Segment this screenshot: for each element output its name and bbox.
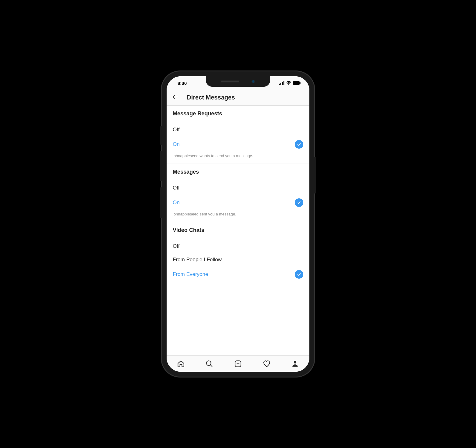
tab-search[interactable] [195,360,224,368]
svg-rect-1 [280,83,281,85]
profile-icon [291,360,299,368]
section-message-requests: Message Requests Off On johnappleseed wa… [167,106,309,164]
home-icon [177,360,185,368]
option-off[interactable]: Off [173,240,303,253]
option-from-everyone[interactable]: From Everyone [173,266,303,282]
heart-icon [263,360,271,368]
cellular-icon [279,81,284,85]
phone-frame: 8:30 Direct Messages Message Requests Of… [162,71,314,377]
tab-activity[interactable] [252,360,281,368]
option-label: Off [173,185,179,191]
section-messages: Messages Off On johnappleseed sent you a… [167,164,309,222]
option-from-people-i-follow[interactable]: From People I Follow [173,253,303,266]
option-label: Off [173,127,179,133]
section-title: Message Requests [173,110,303,117]
svg-rect-2 [282,82,283,85]
search-icon [205,360,213,368]
svg-rect-5 [300,82,301,84]
content: Message Requests Off On johnappleseed wa… [167,106,309,355]
option-label: On [173,141,180,147]
section-video-chats: Video Chats Off From People I Follow Fro… [167,222,309,286]
section-note: johnappleseed sent you a message. [173,211,303,218]
svg-point-6 [207,361,211,365]
status-time: 8:30 [178,81,187,86]
back-button[interactable] [171,93,179,102]
back-arrow-icon [171,93,179,101]
tab-bar [167,355,309,372]
check-icon [295,198,303,207]
tab-add[interactable] [224,360,252,368]
option-off[interactable]: Off [173,181,303,195]
svg-rect-4 [293,81,300,85]
section-note: johnappleseed wants to send you a messag… [173,152,303,160]
battery-icon [293,81,301,85]
section-title: Messages [173,169,303,175]
svg-rect-3 [283,81,284,85]
option-off[interactable]: Off [173,123,303,136]
notch [206,76,270,87]
option-label: From People I Follow [173,257,222,263]
screen: 8:30 Direct Messages Message Requests Of… [167,76,309,372]
option-label: Off [173,243,179,249]
option-on[interactable]: On [173,195,303,211]
svg-point-8 [294,361,297,363]
option-label: On [173,200,180,206]
section-title: Video Chats [173,227,303,233]
status-icons [279,81,301,85]
svg-rect-0 [279,84,280,85]
header: Direct Messages [167,90,309,106]
tab-home[interactable] [167,360,195,368]
option-on[interactable]: On [173,136,303,152]
option-label: From Everyone [173,271,208,277]
check-icon [295,140,303,149]
page-title: Direct Messages [187,94,235,101]
check-icon [295,270,303,279]
wifi-icon [286,81,291,85]
add-post-icon [234,360,242,368]
tab-profile[interactable] [281,360,309,368]
